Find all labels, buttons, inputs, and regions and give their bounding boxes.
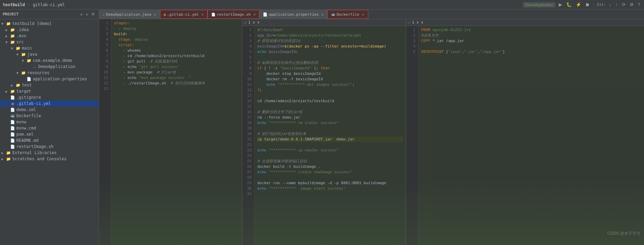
expand-arrow: ▶ <box>1 157 5 161</box>
check-mark-3: ✓ <box>408 20 411 25</box>
expand-arrow: ▼ <box>11 46 15 50</box>
sidebar-item-mvnw[interactable]: 📄mvnw <box>0 119 99 125</box>
code-editor-dockerfile[interactable]: 12345 FROM openjdk:8u252-jre #业务文件 COPY … <box>406 26 644 245</box>
sidebar-item-demo-iml[interactable]: 📄demo.iml <box>0 107 99 113</box>
tab-label: application.properties <box>269 12 319 17</box>
git-label: Git: <box>597 2 606 7</box>
editors-container: 12345 678910 111213 stages: - deploy bui… <box>99 19 644 245</box>
collapse-all-button[interactable]: ≡ <box>79 11 83 17</box>
tab-close-icon[interactable]: × <box>362 12 364 17</box>
sidebar-item-test[interactable]: ▶📁test <box>0 82 99 88</box>
expand-arrow: ▶ <box>5 28 10 32</box>
expand-arrow: ▶ <box>5 34 10 38</box>
tree-item-label: External Libraries <box>12 150 57 155</box>
tree-item-label: src <box>16 40 24 44</box>
tab-restartImage-sh[interactable]: 📄 restartImage.sh × <box>207 10 259 19</box>
folder-icon: 📁 <box>10 28 15 32</box>
file-icon: 📄 <box>10 95 15 100</box>
tree-item-label: DemoApplication <box>38 64 75 69</box>
settings-sidebar-button[interactable]: ⚙ <box>90 11 96 17</box>
folder-icon: 📁 <box>10 40 15 44</box>
folder-icon: 📁 <box>6 151 11 155</box>
tab-gitlab-ci-yml[interactable]: ▣ .gitlab-ci.yml × <box>160 10 207 19</box>
sidebar-item-idea[interactable]: ▶📁.idea <box>0 27 99 33</box>
expand-all-button[interactable]: ≡ <box>85 11 89 17</box>
git-history[interactable]: ⟳ <box>621 1 627 8</box>
tree-item-label: test <box>22 83 32 87</box>
tree-item-label: Scratches and Consoles <box>12 156 67 161</box>
help-button[interactable]: ? <box>637 1 641 8</box>
tree-item-label: .gitlab-ci.yml <box>16 101 51 106</box>
yaml-icon: ▣ <box>10 101 15 106</box>
sidebar-item-gitignore[interactable]: 📄.gitignore <box>0 94 99 100</box>
separator: – <box>28 2 30 7</box>
run-button[interactable]: ▶ <box>558 1 563 8</box>
tree-item-label: restartImage.sh <box>16 144 53 149</box>
sidebar-item-resources[interactable]: ▼📁resources <box>0 70 99 76</box>
sidebar-item-restartImage-sh[interactable]: 📄restartImage.sh <box>0 144 99 150</box>
tree-item-label: pom.xml <box>16 132 34 137</box>
tree-item-label: mvnw <box>16 120 26 124</box>
sidebar-item-README-md[interactable]: 📄README.md <box>0 137 99 144</box>
file-icon: 📄 <box>10 126 15 131</box>
tab-bar: ☕ DemoApplication.java × ▣ .gitlab-ci.ym… <box>99 10 644 19</box>
tab-close-icon[interactable]: × <box>321 12 324 17</box>
project-icon: 📁 <box>6 22 11 26</box>
tab-close-icon[interactable]: × <box>253 12 256 17</box>
tree-item-label: mvnw.cmd <box>16 126 36 131</box>
git-update[interactable]: ↓ <box>608 1 613 8</box>
expand-arrow: ▼ <box>22 59 26 63</box>
current-file: gitlab-ci.yml <box>33 2 65 7</box>
tree-item-label: .idea <box>16 27 29 32</box>
watermark: CSDN @木子芳兮 <box>607 231 641 236</box>
sidebar-header: Project ≡ ≡ ⚙ <box>0 10 99 19</box>
sidebar-item-target[interactable]: ▶📁target <box>0 88 99 94</box>
sidebar-item-DemoApplication[interactable]: ☕DemoApplication <box>0 64 99 70</box>
sidebar-item-pom-xml[interactable]: 📄pom.xml <box>0 131 99 137</box>
tab-close-icon[interactable]: × <box>154 12 156 17</box>
code-editor-restart-sh[interactable]: 12345 678910 1112131415 1617181920 21222… <box>242 26 406 245</box>
tab-close-icon[interactable]: × <box>201 12 204 17</box>
sidebar-item-com-example-demo[interactable]: ▼📁com.example.demo <box>0 57 99 64</box>
sidebar-item-Dockerfile[interactable]: 🐳Dockerfile <box>0 113 99 119</box>
sidebar-item-src[interactable]: ▼📁src <box>0 39 99 45</box>
sidebar-item-mvnw-cmd[interactable]: 📄mvnw.cmd <box>0 125 99 131</box>
folder-icon: 📁 <box>6 157 11 161</box>
docker-icon: 🐳 <box>10 114 15 118</box>
tab-Dockerfile[interactable]: 🐳 Dockerfile × <box>327 10 368 19</box>
expand-arrow: ▼ <box>16 71 20 75</box>
file-icon: 📄 <box>10 108 15 112</box>
sidebar-item-application-properties[interactable]: 📄application.properties <box>0 76 99 82</box>
tree-item-label: .mvn <box>16 33 26 38</box>
folder-icon: 📁 <box>10 89 15 94</box>
tree-item-label: main <box>22 46 32 51</box>
sidebar-item-gitlab-ci[interactable]: ▣.gitlab-ci.yml <box>0 100 99 107</box>
stop-button[interactable]: ⏹ <box>584 1 591 8</box>
tree-item-label: com.example.demo <box>33 58 72 63</box>
sidebar-item-mvn[interactable]: ▶📁.mvn <box>0 33 99 39</box>
tree-item-label: Dockerfile <box>16 113 41 118</box>
sidebar-item-testbuild[interactable]: ▼📁testbuild [demo] <box>0 21 99 27</box>
sidebar-item-java[interactable]: ▼📁java <box>0 51 99 57</box>
git-push[interactable]: ↑ <box>614 1 619 8</box>
toolbar-right: DemoApplication ▶ 🐛 ⚡ ⏹ | Git: ↓ ↑ ⟳ ⚙ ? <box>523 1 641 8</box>
line-numbers-1: 12345 678910 111213 <box>99 19 111 245</box>
pane3-title: 1 ∧ ∨ <box>412 20 423 25</box>
profile-button[interactable]: ⚡ <box>575 1 582 8</box>
tab-DemoApplication-java[interactable]: ☕ DemoApplication.java × <box>99 10 160 19</box>
properties-icon: 📄 <box>27 77 31 81</box>
debug-button[interactable]: 🐛 <box>565 1 573 8</box>
sidebar-item-main[interactable]: ▼📁main <box>0 45 99 51</box>
sidebar-title: Project <box>3 12 18 16</box>
folder-icon: 📁 <box>27 58 31 63</box>
run-config[interactable]: DemoApplication <box>523 2 555 8</box>
code-lines-1: stages: - deploy build: stage: deploy sc… <box>111 19 242 245</box>
settings-button[interactable]: ⚙ <box>629 1 635 8</box>
tree-item-label: demo.iml <box>16 107 36 112</box>
sidebar-item-scratches[interactable]: ▶📁Scratches and Consoles <box>0 156 99 162</box>
java-icon: ☕ <box>32 65 37 69</box>
sidebar-item-external-libraries[interactable]: ▶📁External Libraries <box>0 150 99 156</box>
tab-application-properties[interactable]: 📄 application.properties × <box>259 10 327 19</box>
code-editor-gitlab-ci[interactable]: 12345 678910 111213 stages: - deploy bui… <box>99 19 242 245</box>
tab-sh-icon: 📄 <box>211 13 215 16</box>
